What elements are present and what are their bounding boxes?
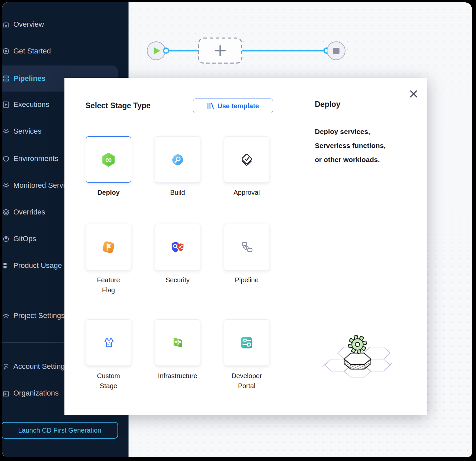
sidebar-item-label: Account Settings bbox=[13, 362, 68, 371]
account-settings-gear-icon bbox=[2, 362, 10, 371]
stage-tile-label: Pipeline bbox=[213, 275, 280, 285]
close-icon[interactable] bbox=[408, 89, 419, 99]
use-template-button[interactable]: Use template bbox=[193, 99, 273, 113]
sidebar-item-label: Product Usage bbox=[13, 261, 62, 270]
stage-tile-build[interactable] bbox=[155, 136, 200, 183]
panel-divider bbox=[294, 78, 294, 415]
services-gear-icon bbox=[2, 127, 10, 136]
infrastructure-stage-icon bbox=[168, 333, 187, 352]
pipeline-end-node[interactable] bbox=[327, 41, 345, 60]
connector-line-left bbox=[169, 50, 199, 51]
sidebar-item-label: Executions bbox=[13, 100, 49, 109]
sidebar-item-label: Pipelines bbox=[13, 74, 46, 83]
feature-flag-stage-icon bbox=[99, 238, 118, 257]
start-port-dot bbox=[163, 47, 169, 54]
sidebar-item-label: Environments bbox=[13, 154, 58, 163]
stage-tile-label: Custom Stage bbox=[75, 371, 142, 391]
stage-tile-label: Developer Portal bbox=[213, 371, 280, 391]
monitored-services-icon bbox=[2, 181, 10, 190]
home-icon bbox=[2, 20, 10, 29]
deploy-stage-icon: ∞ bbox=[99, 150, 118, 169]
use-template-label: Use template bbox=[217, 102, 259, 110]
stage-tile-security[interactable] bbox=[155, 224, 200, 270]
stage-tile-label: Deploy bbox=[75, 187, 142, 197]
pipelines-icon bbox=[2, 74, 10, 83]
stage-tile-label: Infrastructure bbox=[144, 371, 211, 381]
environments-icon bbox=[2, 154, 10, 163]
svg-text:</>: </> bbox=[106, 341, 112, 345]
stage-tile-infrastructure[interactable] bbox=[155, 319, 200, 366]
stage-tile-label: Security bbox=[144, 275, 211, 285]
project-settings-gear-icon bbox=[2, 311, 10, 320]
play-icon bbox=[154, 47, 160, 54]
product-usage-icon bbox=[2, 261, 10, 270]
stage-tile-pipeline[interactable] bbox=[224, 224, 269, 270]
sidebar-item-label: Get Started bbox=[13, 47, 51, 55]
sidebar-item-get-started[interactable]: Get Started bbox=[2, 44, 129, 58]
approval-stage-icon bbox=[237, 150, 256, 169]
stage-tile-custom-stage[interactable]: </> bbox=[86, 319, 131, 366]
sidebar-item-overview[interactable]: Overview bbox=[2, 17, 129, 32]
stage-tile-label: Approval bbox=[213, 187, 280, 197]
organization-icon bbox=[2, 389, 10, 398]
sidebar-item-label: Services bbox=[13, 127, 41, 136]
detail-title: Deploy bbox=[315, 100, 340, 109]
select-stage-modal: Select Stage Type Use template ∞ bbox=[64, 78, 427, 415]
launch-cd-first-gen-button[interactable]: Launch CD First Generation bbox=[2, 422, 118, 439]
get-started-icon bbox=[2, 47, 10, 55]
sidebar-divider bbox=[2, 451, 129, 451]
stage-tile-label: Build bbox=[144, 187, 211, 197]
security-stage-icon bbox=[168, 238, 187, 257]
template-library-icon bbox=[207, 103, 214, 109]
connector-line-right bbox=[241, 50, 324, 51]
stage-tile-label: Feature Flag bbox=[75, 275, 142, 295]
modal-title: Select Stage Type bbox=[85, 101, 151, 110]
app-window: Overview Get Started Pipelines Execution… bbox=[2, 2, 472, 457]
build-stage-icon bbox=[168, 150, 187, 169]
detail-description: Deploy services, Serverless functions, o… bbox=[315, 125, 418, 167]
developer-portal-stage-icon bbox=[237, 333, 256, 352]
pipeline-stage-icon bbox=[237, 238, 256, 257]
custom-stage-icon: </> bbox=[99, 333, 118, 352]
stop-icon bbox=[333, 48, 339, 54]
stage-tile-deploy[interactable]: ∞ bbox=[86, 136, 131, 183]
overrides-layers-icon bbox=[2, 208, 10, 216]
gitops-icon bbox=[2, 235, 10, 243]
sidebar-item-label: Overrides bbox=[13, 208, 45, 216]
stage-tile-developer-portal[interactable] bbox=[224, 319, 269, 366]
stage-tile-approval[interactable] bbox=[224, 136, 269, 183]
sidebar-item-label: Organizations bbox=[13, 389, 59, 398]
sidebar-item-label: Overview bbox=[13, 20, 44, 29]
executions-icon bbox=[2, 100, 10, 109]
svg-text:∞: ∞ bbox=[105, 154, 112, 164]
sidebar-item-label: Project Settings bbox=[13, 311, 65, 320]
sidebar-item-label: GitOps bbox=[13, 235, 36, 243]
add-stage-button[interactable] bbox=[198, 37, 242, 64]
stage-tile-feature-flag[interactable] bbox=[86, 224, 131, 270]
deploy-illustration bbox=[318, 332, 397, 380]
